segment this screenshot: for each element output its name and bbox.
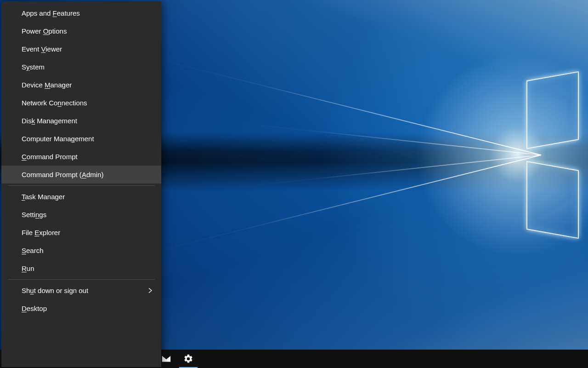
- winx-item-device-manager[interactable]: Device Manager: [1, 76, 161, 94]
- chevron-right-icon: [147, 282, 153, 299]
- light-beam: [221, 155, 541, 189]
- winx-item-settings[interactable]: Settings: [1, 206, 161, 224]
- window-pane-glint: [526, 71, 579, 149]
- light-beam: [140, 155, 541, 256]
- menu-item-label: File Explorer: [22, 224, 60, 242]
- menu-item-label: System: [22, 58, 45, 76]
- winx-item-command-prompt-admin[interactable]: Command Prompt (Admin): [1, 166, 161, 184]
- winx-item-run[interactable]: Run: [1, 259, 161, 277]
- menu-item-label: Settings: [22, 206, 46, 224]
- menu-item-label: Shut down or sign out: [22, 282, 88, 299]
- winx-item-command-prompt[interactable]: Command Prompt: [1, 148, 161, 166]
- menu-item-label: Power Options: [22, 22, 67, 40]
- winx-item-disk-management[interactable]: Disk Management: [1, 112, 161, 130]
- menu-item-label: Task Manager: [22, 188, 65, 206]
- winx-item-file-explorer[interactable]: File Explorer: [1, 224, 161, 242]
- winx-item-network-connections[interactable]: Network Connections: [1, 94, 161, 112]
- menu-item-label: Apps and Features: [22, 4, 80, 22]
- winx-item-system[interactable]: System: [1, 58, 161, 76]
- menu-item-label: Computer Management: [22, 130, 94, 148]
- menu-item-label: Device Manager: [22, 76, 72, 94]
- menu-item-label: Network Connections: [22, 94, 87, 112]
- winx-item-computer-management[interactable]: Computer Management: [1, 130, 161, 148]
- winx-item-task-manager[interactable]: Task Manager: [1, 188, 161, 206]
- menu-item-label: Desktop: [22, 299, 47, 317]
- settings-icon[interactable]: [177, 350, 199, 368]
- menu-item-label: Command Prompt (Admin): [22, 166, 103, 184]
- light-beam: [140, 54, 541, 155]
- menu-item-label: Search: [22, 242, 44, 259]
- menu-item-label: Event Viewer: [22, 40, 62, 58]
- menu-separator: [8, 185, 155, 186]
- winx-item-event-viewer[interactable]: Event Viewer: [1, 40, 161, 58]
- menu-separator: [8, 279, 155, 280]
- light-beam: [221, 121, 541, 155]
- winx-power-user-menu[interactable]: Apps and FeaturesPower OptionsEvent View…: [1, 1, 161, 367]
- menu-item-label: Disk Management: [22, 112, 77, 130]
- winx-item-desktop[interactable]: Desktop: [1, 299, 161, 317]
- winx-item-shut-down-or-sign-out[interactable]: Shut down or sign out: [1, 282, 161, 299]
- menu-item-label: Command Prompt: [22, 148, 78, 166]
- winx-item-power-options[interactable]: Power Options: [1, 22, 161, 40]
- window-pane-glint: [526, 161, 579, 239]
- winx-item-apps-and-features[interactable]: Apps and Features: [1, 4, 161, 22]
- winx-item-search[interactable]: Search: [1, 242, 161, 259]
- menu-item-label: Run: [22, 259, 34, 277]
